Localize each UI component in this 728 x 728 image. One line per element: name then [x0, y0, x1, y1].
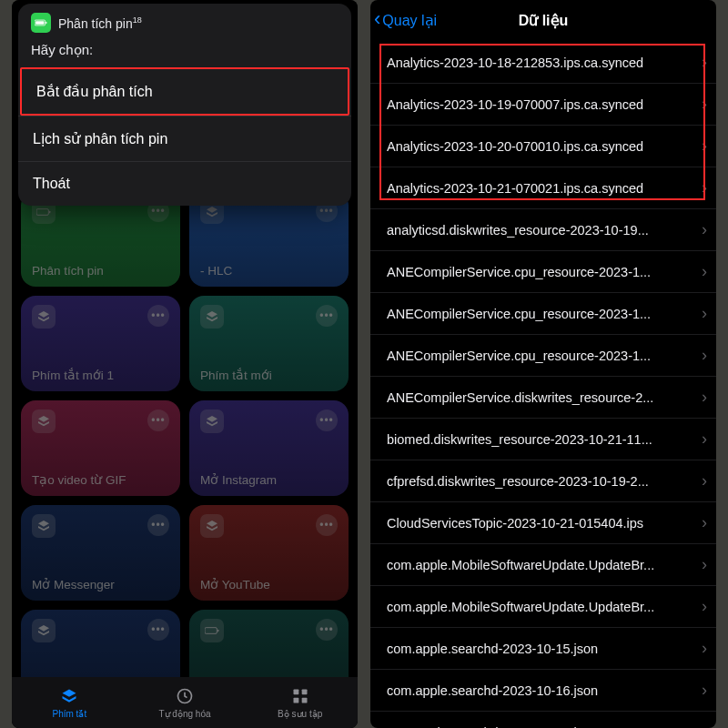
chevron-right-icon: › [702, 723, 707, 728]
data-row[interactable]: com.apple.searchd-2023-10-15.json› [370, 628, 716, 670]
option-history[interactable]: Lịch sử phân tích pin [18, 116, 351, 161]
back-label: Quay lại [382, 12, 437, 29]
svg-rect-11 [301, 697, 307, 703]
data-row[interactable]: ANECompilerService.diskwrites_resource-2… [370, 377, 716, 419]
data-row[interactable]: Analytics-2023-10-21-070021.ips.ca.synce… [370, 167, 716, 209]
tab-bộ-sưu-tập[interactable]: Bộ sưu tập [242, 677, 358, 728]
clock-icon [176, 687, 194, 707]
chevron-right-icon: › [702, 346, 707, 365]
row-label: ANECompilerService.cpu_resource-2023-1..… [387, 349, 696, 363]
data-row[interactable]: cfprefsd.diskwrites_resource-2023-10-19-… [370, 460, 716, 502]
data-row[interactable]: com.apple.searchd-2023-10-18.json› [370, 712, 716, 728]
row-label: com.apple.MobileSoftwareUpdate.UpdateBr.… [387, 600, 696, 614]
row-label: com.apple.searchd-2023-10-15.json [387, 642, 696, 656]
layers-icon [60, 687, 78, 707]
nav-bar: ‹ Quay lại Dữ liệu [370, 0, 716, 36]
row-label: Analytics-2023-10-18-212853.ips.ca.synce… [387, 56, 696, 70]
svg-rect-6 [46, 22, 46, 24]
row-label: ANECompilerService.diskwrites_resource-2… [387, 390, 696, 405]
back-button[interactable]: ‹ Quay lại [374, 11, 437, 29]
data-row[interactable]: com.apple.MobileSoftwareUpdate.UpdateBr.… [370, 544, 716, 586]
chevron-right-icon: › [702, 471, 707, 490]
data-row[interactable]: CloudServicesTopic-2023-10-21-015404.ips… [370, 502, 716, 544]
chevron-left-icon: ‹ [374, 9, 380, 29]
data-row[interactable]: biomed.diskwrites_resource-2023-10-21-11… [370, 419, 716, 460]
row-label: Analytics-2023-10-20-070010.ips.ca.synce… [387, 139, 696, 154]
data-row[interactable]: Analytics-2023-10-19-070007.ips.ca.synce… [370, 84, 716, 126]
chevron-right-icon: › [702, 136, 707, 156]
chevron-right-icon: › [702, 513, 707, 532]
tab-tự-động-hóa[interactable]: Tự động hóa [127, 677, 243, 728]
data-row[interactable]: com.apple.searchd-2023-10-16.json› [370, 670, 716, 712]
data-row[interactable]: com.apple.MobileSoftwareUpdate.UpdateBr.… [370, 586, 716, 628]
svg-rect-9 [301, 689, 307, 694]
svg-rect-8 [293, 689, 298, 694]
chevron-right-icon: › [702, 262, 707, 281]
chevron-right-icon: › [702, 53, 707, 72]
chevron-right-icon: › [702, 304, 707, 323]
chevron-right-icon: › [702, 681, 707, 700]
tab-bar: Phím tắtTự động hóaBộ sưu tập [12, 677, 358, 728]
data-row[interactable]: analyticsd.diskwrites_resource-2023-10-1… [370, 209, 716, 251]
row-label: CloudServicesTopic-2023-10-21-015404.ips [387, 516, 696, 531]
svg-rect-10 [293, 697, 298, 703]
tab-phím-tắt[interactable]: Phím tắt [12, 677, 127, 728]
action-sheet: Phân tích pin18 Hãy chọn: Bắt đầu phân t… [18, 4, 351, 206]
phone-data: ‹ Quay lại Dữ liệu Analytics-2023-10-18-… [370, 0, 716, 728]
data-list: Analytics-2023-10-18-212853.ips.ca.synce… [370, 36, 716, 728]
tab-label: Bộ sưu tập [278, 709, 322, 719]
battery-icon [31, 13, 51, 33]
row-label: com.apple.MobileSoftwareUpdate.UpdateBr.… [387, 558, 696, 572]
chevron-right-icon: › [702, 639, 707, 658]
chevron-right-icon: › [702, 388, 707, 407]
tab-label: Tự động hóa [158, 709, 210, 719]
row-label: biomed.diskwrites_resource-2023-10-21-11… [387, 432, 696, 447]
svg-rect-5 [35, 21, 44, 25]
row-label: com.apple.searchd-2023-10-16.json [387, 683, 696, 698]
chevron-right-icon: › [702, 95, 707, 114]
grid-icon [291, 687, 309, 707]
data-row[interactable]: ANECompilerService.cpu_resource-2023-1..… [370, 293, 716, 335]
phone-shortcuts: •••Phân tích pin•••- HLC•••Phím tắt mới … [12, 0, 358, 728]
chevron-right-icon: › [702, 178, 707, 197]
chevron-right-icon: › [702, 597, 707, 616]
data-row[interactable]: ANECompilerService.cpu_resource-2023-1..… [370, 335, 716, 377]
sheet-title: Phân tích pin18 [58, 15, 142, 31]
row-label: Analytics-2023-10-21-070021.ips.ca.synce… [387, 181, 696, 196]
sheet-prompt: Hãy chọn: [18, 36, 351, 67]
row-label: ANECompilerService.cpu_resource-2023-1..… [387, 307, 696, 321]
row-label: com.apple.searchd-2023-10-18.json [387, 725, 696, 729]
chevron-right-icon: › [702, 555, 707, 574]
row-label: analyticsd.diskwrites_resource-2023-10-1… [387, 223, 696, 238]
row-label: ANECompilerService.cpu_resource-2023-1..… [387, 265, 696, 279]
chevron-right-icon: › [702, 220, 707, 239]
chevron-right-icon: › [702, 430, 707, 449]
row-label: Analytics-2023-10-19-070007.ips.ca.synce… [387, 97, 696, 112]
tab-label: Phím tắt [52, 709, 86, 719]
option-exit[interactable]: Thoát [18, 161, 351, 206]
data-row[interactable]: Analytics-2023-10-18-212853.ips.ca.synce… [370, 42, 716, 84]
option-start-analysis[interactable]: Bắt đầu phân tích [20, 67, 349, 116]
data-row[interactable]: ANECompilerService.cpu_resource-2023-1..… [370, 251, 716, 293]
row-label: cfprefsd.diskwrites_resource-2023-10-19-… [387, 474, 696, 489]
data-row[interactable]: Analytics-2023-10-20-070010.ips.ca.synce… [370, 126, 716, 167]
